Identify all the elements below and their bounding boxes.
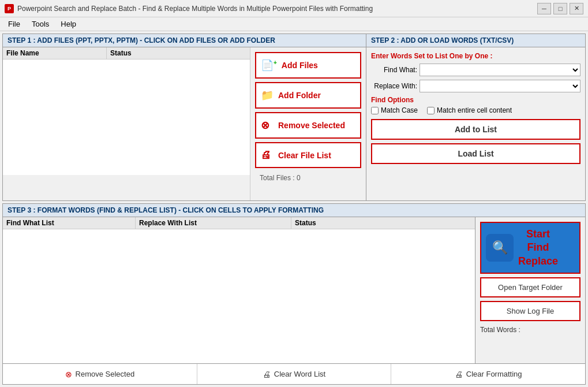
match-case-checkbox-label[interactable]: Match Case (371, 106, 418, 114)
menu-bar: File Tools Help (0, 17, 588, 31)
add-folder-button[interactable]: 📁 Add Folder (255, 82, 361, 109)
total-words: Total Words : (480, 325, 580, 335)
add-files-icon: 📄+ (261, 59, 277, 72)
remove-selected-files-button[interactable]: ⊗ Remove Selected (255, 112, 361, 139)
file-table: File Name Status (3, 47, 250, 200)
word-table-body[interactable] (3, 229, 475, 363)
remove-selected-words-icon: ⊗ (65, 370, 72, 379)
remove-selected-files-icon: ⊗ (261, 119, 274, 132)
find-what-select[interactable] (420, 64, 580, 76)
clear-word-list-button[interactable]: 🖨 Clear Word List (197, 364, 392, 384)
col-status-header: Status (107, 47, 250, 59)
clear-file-list-button[interactable]: 🖨 Clear File List (255, 142, 361, 168)
col-findwhat-header: Find What List (3, 217, 136, 229)
find-what-row: Find What: (371, 64, 580, 76)
title-bar: P Powerpoint Search and Replace Batch - … (0, 0, 588, 17)
step1-buttons: 📄+ Add Files 📁 Add Folder ⊗ Remove Selec… (250, 47, 366, 200)
step3-right-buttons: 🔍 StartFindReplace Open Target Folder Sh… (475, 217, 585, 363)
add-folder-icon: 📁 (261, 89, 274, 102)
start-find-replace-label: StartFindReplace (518, 228, 558, 268)
col-replacewith-header: Replace With List (136, 217, 291, 229)
step1-body: File Name Status 📄+ Add Files 📁 Add Fold… (3, 47, 366, 200)
step3-body: Find What List Replace With List Status … (3, 217, 585, 363)
replace-with-select[interactable] (420, 80, 580, 92)
app-icon: P (5, 4, 14, 13)
show-log-file-button[interactable]: Show Log File (480, 301, 580, 321)
step2-panel: STEP 2 : ADD OR LOAD WORDS (TXT/CSV) Ent… (366, 34, 585, 200)
file-table-body[interactable] (3, 59, 250, 175)
menu-tools[interactable]: Tools (26, 18, 55, 29)
clear-word-list-icon: 🖨 (263, 370, 271, 379)
remove-selected-words-button[interactable]: ⊗ Remove Selected (3, 364, 197, 384)
close-button[interactable]: ✕ (570, 3, 583, 14)
start-find-replace-icon: 🔍 (486, 234, 514, 262)
col-filename-header: File Name (3, 47, 107, 59)
open-target-folder-button[interactable]: Open Target Folder (480, 277, 580, 297)
step3-footer: ⊗ Remove Selected 🖨 Clear Word List 🖨 Cl… (3, 363, 585, 384)
find-options-label: Find Options (371, 96, 580, 104)
word-table-header: Find What List Replace With List Status (3, 217, 475, 229)
match-case-checkbox[interactable] (371, 107, 379, 114)
replace-with-row: Replace With: (371, 80, 580, 92)
bottom-section: STEP 3 : FORMAT WORDS (FIND & REPLACE LI… (2, 203, 586, 385)
top-section: STEP 1 : ADD FILES (PPT, PPTX, PPTM) - C… (2, 34, 586, 201)
enter-words-label: Enter Words Set to List One by One : (371, 52, 580, 60)
col-wstatus-header: Status (291, 217, 475, 229)
clear-file-list-icon: 🖨 (261, 149, 274, 161)
match-entire-cell-label[interactable]: Match entire cell content (427, 106, 512, 114)
add-to-list-button[interactable]: Add to List (371, 119, 580, 140)
clear-formatting-icon: 🖨 (455, 370, 463, 379)
add-files-button[interactable]: 📄+ Add Files (255, 52, 361, 79)
start-find-replace-button[interactable]: 🔍 StartFindReplace (480, 222, 580, 274)
main-content: STEP 1 : ADD FILES (PPT, PPTX, PPTM) - C… (0, 31, 588, 387)
window-controls: ─ □ ✕ (537, 3, 583, 14)
minimize-button[interactable]: ─ (537, 3, 551, 14)
clear-formatting-button[interactable]: 🖨 Clear Formatting (391, 364, 585, 384)
step1-panel: STEP 1 : ADD FILES (PPT, PPTX, PPTM) - C… (3, 34, 366, 200)
menu-file[interactable]: File (2, 18, 26, 29)
match-entire-cell-checkbox[interactable] (427, 107, 435, 114)
load-list-button[interactable]: Load List (371, 143, 580, 164)
step3-header: STEP 3 : FORMAT WORDS (FIND & REPLACE LI… (3, 204, 585, 217)
replace-with-label: Replace With: (371, 82, 417, 90)
total-files: Total Files : 0 (255, 172, 361, 184)
menu-help[interactable]: Help (55, 18, 82, 29)
step2-header: STEP 2 : ADD OR LOAD WORDS (TXT/CSV) (366, 34, 585, 47)
maximize-button[interactable]: □ (553, 3, 567, 14)
window-title: Powerpoint Search and Replace Batch - Fi… (17, 5, 537, 13)
word-table: Find What List Replace With List Status (3, 217, 475, 363)
find-what-label: Find What: (371, 66, 417, 74)
file-table-header: File Name Status (3, 47, 250, 59)
step1-header: STEP 1 : ADD FILES (PPT, PPTX, PPTM) - C… (3, 34, 366, 47)
step2-body: Enter Words Set to List One by One : Fin… (366, 47, 585, 200)
find-options-row: Match Case Match entire cell content (371, 106, 580, 114)
